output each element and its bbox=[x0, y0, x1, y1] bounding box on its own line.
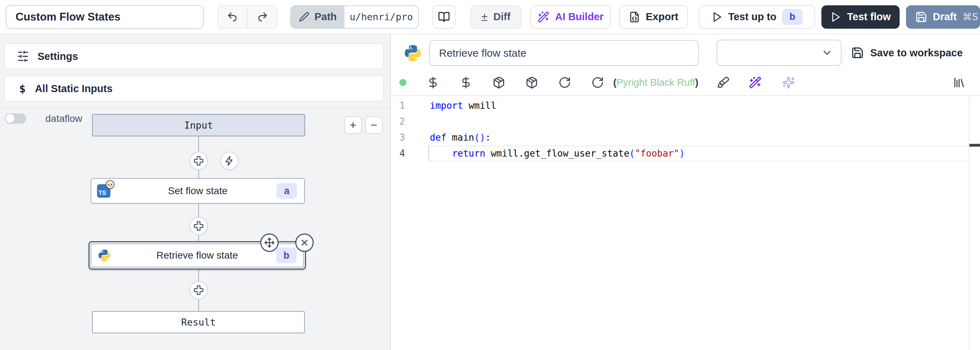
path-value: u/henri/pro bbox=[345, 11, 418, 22]
top-toolbar: Path u/henri/pro ± Diff AI Builder Expor… bbox=[0, 0, 980, 34]
play-icon bbox=[830, 11, 841, 23]
editor-gutter: 1234 bbox=[391, 98, 405, 161]
flow-graph-panel: Settings $ All Static Inputs dataflow In… bbox=[0, 34, 391, 350]
save-to-workspace-label: Save to workspace bbox=[870, 47, 963, 59]
move-icon bbox=[264, 237, 275, 248]
step-editor-panel: Save to workspace (Pyright Black Ruff) 1… bbox=[391, 34, 980, 350]
move-step-handle[interactable] bbox=[260, 233, 278, 252]
test-flow-label: Test flow bbox=[847, 11, 891, 23]
code-line-2[interactable] bbox=[428, 114, 969, 129]
flow-node-result[interactable]: Result bbox=[92, 311, 305, 333]
lightning-icon bbox=[224, 155, 235, 166]
undo-button[interactable] bbox=[218, 6, 247, 28]
export-label: Export bbox=[646, 11, 678, 23]
save-icon bbox=[851, 46, 864, 59]
graph-zoom-in-button[interactable]: + bbox=[344, 116, 362, 134]
diff-button[interactable]: ± Diff bbox=[470, 5, 521, 29]
export-file-icon bbox=[629, 11, 640, 23]
main-split: Settings $ All Static Inputs dataflow In… bbox=[0, 34, 980, 350]
dollar-icon[interactable] bbox=[426, 76, 439, 89]
result-node-label: Result bbox=[181, 317, 216, 328]
test-up-to-button[interactable]: Test up to b bbox=[699, 5, 815, 29]
static-inputs-label: All Static Inputs bbox=[35, 83, 113, 94]
sparkles-icon[interactable] bbox=[782, 76, 795, 89]
refresh-icon[interactable] bbox=[558, 76, 571, 89]
test-flow-button[interactable]: Test flow bbox=[821, 5, 900, 29]
code-line-3[interactable]: def main(): bbox=[428, 129, 969, 145]
wand-icon bbox=[538, 11, 549, 23]
path-label: Path bbox=[314, 11, 337, 23]
plus-circle-icon bbox=[193, 155, 204, 166]
delete-step-button[interactable] bbox=[295, 233, 314, 252]
dataflow-toggle[interactable] bbox=[5, 113, 26, 124]
editor-code[interactable]: import wmilldef main(): return wmill.get… bbox=[428, 98, 969, 161]
step-id-badge-a: a bbox=[277, 183, 297, 199]
package-icon[interactable] bbox=[493, 76, 505, 89]
plus-icon: + bbox=[350, 119, 356, 132]
all-static-inputs-row[interactable]: $ All Static Inputs bbox=[4, 75, 384, 102]
editor-cursor-ruler-mark bbox=[969, 144, 980, 147]
code-editor[interactable]: 1234 import wmilldef main(): return wmil… bbox=[391, 96, 980, 350]
dollar-icon: $ bbox=[19, 82, 26, 95]
insert-step-button[interactable] bbox=[189, 281, 208, 299]
redo-icon bbox=[256, 11, 268, 23]
save-draft-button[interactable]: Draft ⌘S bbox=[906, 5, 980, 29]
graph-zoom-out-button[interactable]: − bbox=[365, 116, 383, 134]
tag-dropdown[interactable] bbox=[717, 40, 842, 66]
settings-label: Settings bbox=[38, 51, 78, 62]
flow-node-set-flow-state[interactable]: TS Set flow state a bbox=[91, 178, 305, 204]
insert-step-button[interactable] bbox=[189, 217, 208, 235]
code-line-1[interactable]: import wmill bbox=[428, 98, 969, 114]
panel-divider bbox=[0, 108, 390, 109]
undo-redo-group bbox=[217, 5, 278, 29]
sliders-icon bbox=[17, 50, 29, 62]
docs-button[interactable] bbox=[432, 5, 456, 29]
plus-circle-icon bbox=[193, 221, 204, 231]
path-label-segment: Path bbox=[291, 6, 345, 28]
undo-icon bbox=[227, 11, 239, 23]
format-brush-icon[interactable] bbox=[717, 76, 730, 89]
settings-row[interactable]: Settings bbox=[4, 43, 384, 69]
pencil-icon bbox=[299, 12, 309, 22]
insert-trigger-button[interactable] bbox=[220, 152, 239, 170]
ai-builder-label: AI Builder bbox=[555, 11, 604, 23]
ai-wand-icon[interactable] bbox=[749, 76, 762, 89]
library-icon[interactable] bbox=[953, 76, 966, 89]
toggle-knob bbox=[6, 114, 14, 123]
editor-overview-ruler-border bbox=[969, 96, 969, 350]
code-assistants-status: (Pyright Black Ruff) bbox=[613, 77, 698, 88]
refresh-icon[interactable] bbox=[591, 76, 604, 89]
close-icon bbox=[299, 238, 309, 248]
play-icon bbox=[711, 11, 722, 23]
book-icon bbox=[438, 11, 450, 23]
save-to-workspace-button[interactable]: Save to workspace bbox=[851, 40, 963, 66]
test-up-to-label: Test up to bbox=[728, 11, 776, 23]
editor-toolbar: (Pyright Black Ruff) bbox=[391, 71, 980, 94]
plus-minus-icon: ± bbox=[481, 10, 487, 24]
code-line-4[interactable]: return wmill.get_flow_user_state("foobar… bbox=[428, 145, 969, 161]
draft-shortcut: ⌘S bbox=[962, 11, 978, 22]
dataflow-label: dataflow bbox=[45, 113, 82, 124]
python-icon bbox=[404, 44, 422, 62]
save-icon bbox=[915, 11, 927, 23]
minus-icon: − bbox=[371, 119, 377, 132]
flow-node-input[interactable]: Input bbox=[92, 114, 305, 136]
plus-circle-icon bbox=[193, 285, 204, 296]
diff-label: Diff bbox=[493, 11, 510, 23]
step-name-input[interactable] bbox=[429, 40, 699, 66]
test-up-to-step-badge: b bbox=[782, 9, 803, 25]
chevron-down-icon bbox=[821, 47, 833, 59]
dollar-icon[interactable] bbox=[460, 76, 472, 89]
status-dot bbox=[399, 79, 406, 86]
flow-name-input[interactable] bbox=[6, 5, 204, 29]
ai-builder-button[interactable]: AI Builder bbox=[530, 5, 611, 29]
insert-step-button[interactable] bbox=[189, 152, 208, 170]
input-node-label: Input bbox=[184, 120, 213, 131]
redo-button[interactable] bbox=[247, 6, 277, 28]
export-button[interactable]: Export bbox=[619, 5, 688, 29]
step-id-badge-b: b bbox=[276, 248, 297, 263]
set-flow-state-label: Set flow state bbox=[91, 185, 304, 197]
draft-label: Draft bbox=[933, 11, 957, 23]
path-button[interactable]: Path u/henri/pro bbox=[290, 5, 418, 29]
package-icon[interactable] bbox=[525, 76, 538, 89]
